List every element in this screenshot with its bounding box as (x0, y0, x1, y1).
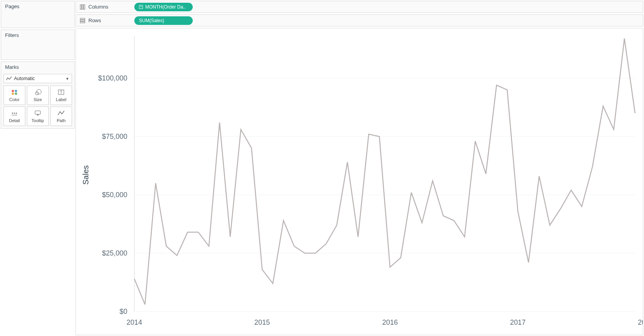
marks-card: Marks Automatic ▼ Color Size T Label (1, 61, 75, 129)
y-axis-title: Sales (81, 165, 90, 185)
rows-icon (80, 18, 85, 23)
size-button[interactable]: Size (27, 86, 49, 105)
line-icon (6, 76, 12, 81)
chevron-down-icon: ▼ (65, 77, 69, 81)
y-tick-label: $100,000 (98, 74, 127, 82)
tooltip-label: Tooltip (32, 118, 44, 123)
tooltip-button[interactable]: Tooltip (27, 107, 49, 126)
color-button[interactable]: Color (4, 86, 25, 105)
svg-text:T: T (60, 90, 62, 94)
svg-rect-18 (80, 20, 85, 21)
y-tick-label: $50,000 (102, 191, 127, 199)
detail-button[interactable]: Detail (4, 107, 25, 126)
x-tick-label: 2018 (638, 318, 643, 326)
y-tick-label: $0 (120, 308, 127, 315)
color-icon (11, 89, 18, 96)
detail-icon (11, 110, 18, 117)
size-label: Size (33, 97, 42, 102)
svg-point-3 (15, 93, 17, 95)
mark-type-select[interactable]: Automatic ▼ (4, 74, 72, 83)
svg-point-1 (15, 90, 17, 92)
mark-type-label: Automatic (14, 76, 35, 81)
label-button[interactable]: T Label (50, 86, 72, 105)
path-icon (57, 110, 65, 117)
svg-point-10 (16, 113, 17, 114)
pages-shelf[interactable]: Pages (1, 1, 75, 28)
x-tick-label: 2017 (510, 318, 526, 326)
filters-shelf[interactable]: Filters (1, 30, 75, 60)
svg-rect-19 (80, 22, 85, 23)
marks-title: Marks (1, 62, 74, 72)
svg-point-0 (12, 90, 14, 92)
x-tick-label: 2015 (254, 318, 270, 326)
color-label: Color (9, 97, 19, 102)
rows-pill-label: SUM(Sales) (139, 18, 164, 23)
svg-point-2 (12, 93, 14, 95)
columns-icon (80, 4, 85, 10)
svg-marker-13 (37, 114, 39, 116)
series-line (134, 38, 635, 304)
chart-area[interactable]: $0$25,000$50,000$75,000$100,000Sales2014… (76, 28, 643, 335)
label-icon: T (57, 89, 65, 96)
columns-pill[interactable]: + MONTH(Order Da.. (134, 3, 193, 11)
svg-point-8 (12, 113, 13, 114)
expand-icon: + (139, 5, 143, 9)
svg-rect-16 (84, 5, 85, 9)
svg-rect-15 (82, 5, 83, 9)
label-label: Label (56, 97, 67, 102)
path-label: Path (57, 118, 66, 123)
columns-pill-label: MONTH(Order Da.. (145, 4, 186, 10)
tooltip-icon (34, 110, 42, 117)
svg-rect-17 (80, 18, 85, 19)
pages-title: Pages (1, 1, 74, 12)
svg-rect-14 (80, 5, 81, 9)
y-tick-label: $25,000 (102, 249, 127, 257)
svg-rect-12 (35, 111, 40, 114)
columns-label: Columns (88, 4, 108, 10)
x-tick-label: 2016 (382, 318, 398, 326)
columns-shelf[interactable]: Columns + MONTH(Order Da.. (76, 1, 643, 13)
path-button[interactable]: Path (50, 107, 72, 126)
size-icon (34, 89, 42, 96)
y-tick-label: $75,000 (102, 133, 127, 140)
x-tick-label: 2014 (127, 318, 142, 326)
detail-label: Detail (9, 118, 20, 123)
rows-pill[interactable]: SUM(Sales) (134, 16, 193, 25)
svg-point-9 (14, 113, 15, 114)
rows-shelf[interactable]: Rows SUM(Sales) (76, 14, 643, 26)
rows-label: Rows (88, 18, 101, 23)
filters-title: Filters (1, 30, 74, 40)
